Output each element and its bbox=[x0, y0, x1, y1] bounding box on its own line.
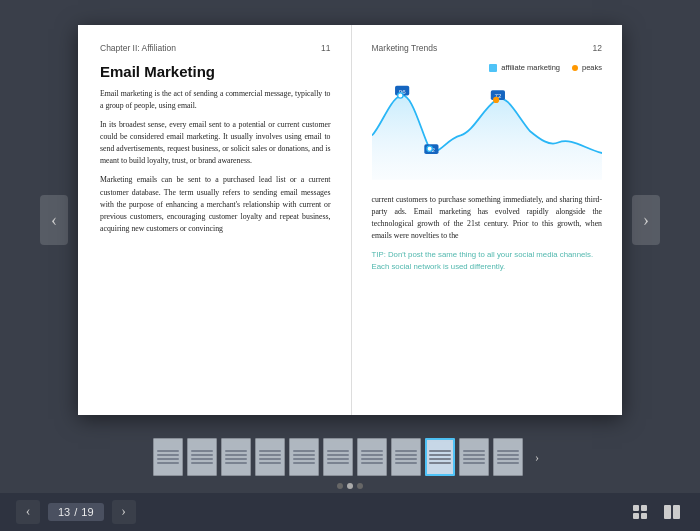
left-page-number: 11 bbox=[321, 43, 330, 53]
paragraph-3: Marketing emails can be sent to a purcha… bbox=[100, 174, 331, 234]
thumbnail-6[interactable] bbox=[323, 438, 353, 476]
prev-arrow-icon: ‹ bbox=[51, 210, 57, 231]
trough-22-dot bbox=[426, 146, 431, 151]
thumbnail-5[interactable] bbox=[289, 438, 319, 476]
line-chart: 96 22 72 bbox=[372, 76, 603, 186]
thumbnails-next-chevron[interactable]: › bbox=[527, 438, 547, 476]
bottom-prev-icon: ‹ bbox=[26, 504, 31, 520]
right-page: Marketing Trends 12 affiliate marketing … bbox=[352, 25, 623, 415]
thumbs-container bbox=[153, 438, 523, 476]
page-title: Email Marketing bbox=[100, 63, 331, 80]
bottom-nav-right bbox=[628, 500, 684, 524]
bottom-next-button[interactable]: › bbox=[112, 500, 136, 524]
legend-peaks-label: peaks bbox=[582, 63, 602, 72]
svg-rect-1 bbox=[641, 505, 647, 511]
paragraph-2: In its broadest sense, every email sent … bbox=[100, 119, 331, 167]
legend-affiliate: affiliate marketing bbox=[489, 63, 560, 72]
right-page-number: 12 bbox=[593, 43, 602, 53]
total-pages: 19 bbox=[81, 506, 93, 518]
thumbnail-1[interactable] bbox=[153, 438, 183, 476]
dot-1 bbox=[337, 483, 343, 489]
peak-96-dot bbox=[397, 93, 402, 98]
thumbnail-7[interactable] bbox=[357, 438, 387, 476]
section-label: Marketing Trends bbox=[372, 43, 438, 53]
prev-arrow-button[interactable]: ‹ bbox=[40, 195, 68, 245]
thumbnail-8[interactable] bbox=[391, 438, 421, 476]
svg-rect-3 bbox=[641, 513, 647, 519]
svg-rect-2 bbox=[633, 513, 639, 519]
grid-icon bbox=[632, 504, 648, 520]
chart-legend: affiliate marketing peaks bbox=[372, 63, 603, 72]
svg-rect-4 bbox=[664, 505, 671, 519]
thumbnail-3[interactable] bbox=[221, 438, 251, 476]
right-body-text: current customers to purchase something … bbox=[372, 194, 603, 242]
legend-orange-dot bbox=[572, 65, 578, 71]
book-container: ‹ Chapter II: Affiliation 11 Email Marke… bbox=[0, 0, 700, 432]
legend-blue-dot bbox=[489, 64, 497, 72]
page-separator: / bbox=[74, 506, 77, 518]
dots-indicator bbox=[337, 483, 363, 489]
current-page: 13 bbox=[58, 506, 70, 518]
bottom-nav-left: ‹ 13 / 19 › bbox=[16, 500, 136, 524]
thumbnail-11[interactable] bbox=[493, 438, 523, 476]
chart-area: affiliate marketing peaks bbox=[372, 63, 603, 186]
book-view-button[interactable] bbox=[660, 500, 684, 524]
peak-72-orange-dot bbox=[493, 97, 499, 103]
thumbnail-10[interactable] bbox=[459, 438, 489, 476]
book: Chapter II: Affiliation 11 Email Marketi… bbox=[78, 25, 622, 415]
grid-view-button[interactable] bbox=[628, 500, 652, 524]
svg-rect-0 bbox=[633, 505, 639, 511]
thumbnail-9[interactable] bbox=[425, 438, 455, 476]
chart-svg: 96 22 72 bbox=[372, 76, 603, 186]
left-page-header: Chapter II: Affiliation 11 bbox=[100, 43, 331, 53]
bottom-next-icon: › bbox=[121, 504, 126, 520]
dot-3 bbox=[357, 483, 363, 489]
left-page: Chapter II: Affiliation 11 Email Marketi… bbox=[78, 25, 352, 415]
paragraph-1: Email marketing is the act of sending a … bbox=[100, 88, 331, 112]
thumbnails-row: › bbox=[153, 438, 547, 476]
bottom-bar: ‹ 13 / 19 › bbox=[0, 493, 700, 531]
next-arrow-button[interactable]: › bbox=[632, 195, 660, 245]
dot-2 bbox=[347, 483, 353, 489]
page-counter: 13 / 19 bbox=[48, 503, 104, 521]
right-page-header: Marketing Trends 12 bbox=[372, 43, 603, 53]
legend-affiliate-label: affiliate marketing bbox=[501, 63, 560, 72]
legend-peaks: peaks bbox=[572, 63, 602, 72]
next-arrow-icon: › bbox=[643, 210, 649, 231]
thumbnail-2[interactable] bbox=[187, 438, 217, 476]
tip-box: TIP: Don't post the same thing to all yo… bbox=[372, 249, 603, 273]
thumbnail-strip: › bbox=[0, 432, 700, 493]
tip-text: TIP: Don't post the same thing to all yo… bbox=[372, 250, 594, 271]
book-icon bbox=[663, 504, 681, 520]
bottom-prev-button[interactable]: ‹ bbox=[16, 500, 40, 524]
thumbnail-4[interactable] bbox=[255, 438, 285, 476]
chapter-label: Chapter II: Affiliation bbox=[100, 43, 176, 53]
svg-rect-5 bbox=[673, 505, 680, 519]
